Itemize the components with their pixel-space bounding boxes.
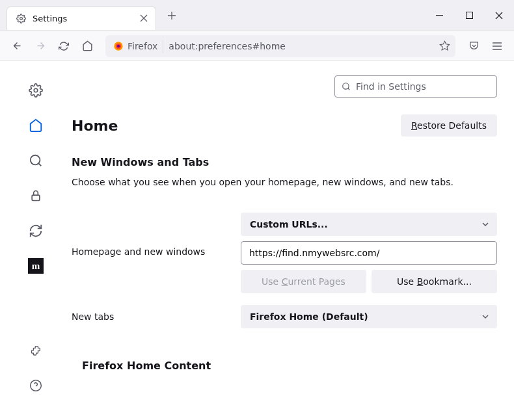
sidebar-item-more[interactable]: m: [26, 256, 46, 276]
app-menu-button[interactable]: [487, 36, 507, 57]
m-icon: m: [28, 258, 44, 274]
find-in-settings-input[interactable]: [356, 81, 490, 92]
settings-main: Home Restore Defaults New Windows and Ta…: [72, 61, 514, 420]
section-new-windows-title: New Windows and Tabs: [72, 156, 497, 168]
minimize-button[interactable]: [424, 3, 454, 28]
navigation-toolbar: Firefox about:preferences#home: [0, 31, 514, 61]
sidebar-item-sync[interactable]: [26, 221, 46, 241]
svg-rect-8: [32, 195, 40, 200]
newtabs-label: New tabs: [72, 311, 234, 322]
svg-point-11: [343, 83, 349, 89]
use-bookmark-button[interactable]: Use Bookmark...: [372, 270, 497, 293]
search-icon: [342, 82, 351, 91]
svg-marker-5: [440, 41, 449, 49]
sidebar-item-privacy[interactable]: [26, 186, 46, 205]
back-button[interactable]: [7, 36, 27, 57]
home-button[interactable]: [77, 36, 98, 57]
svg-point-9: [31, 380, 42, 391]
section-new-windows-desc: Choose what you see when you open your h…: [72, 176, 497, 189]
close-window-button[interactable]: [484, 3, 514, 28]
forward-button[interactable]: [30, 36, 51, 57]
svg-point-0: [20, 17, 23, 20]
window-controls: [424, 3, 514, 28]
urlbar-identity[interactable]: Firefox: [111, 40, 163, 53]
urlbar[interactable]: Firefox about:preferences#home: [105, 35, 455, 57]
titlebar: Settings: [0, 0, 514, 31]
restore-defaults-button[interactable]: Restore Defaults: [401, 114, 497, 137]
gear-icon: [16, 14, 26, 23]
homepage-mode-select[interactable]: Custom URLs...: [241, 213, 497, 236]
section-firefox-home-content-title: Firefox Home Content: [82, 360, 497, 372]
sidebar-item-extensions[interactable]: [26, 341, 46, 360]
homepage-mode-value: Custom URLs...: [250, 219, 328, 230]
use-current-pages-button[interactable]: Use Current Pages: [241, 270, 366, 293]
svg-rect-1: [466, 12, 472, 19]
tab-title: Settings: [33, 14, 132, 23]
close-tab-button[interactable]: [139, 13, 149, 23]
sidebar-item-home[interactable]: [26, 116, 46, 135]
svg-point-4: [117, 45, 120, 47]
new-tab-button[interactable]: [163, 7, 181, 25]
browser-tab[interactable]: Settings: [7, 7, 156, 30]
sidebar-item-search[interactable]: [26, 151, 46, 170]
sidebar-item-general[interactable]: [26, 81, 46, 100]
page-title: Home: [72, 118, 118, 134]
find-in-settings[interactable]: [334, 75, 497, 98]
urlbar-identity-label: Firefox: [128, 41, 157, 51]
pocket-button[interactable]: [463, 36, 484, 57]
reload-button[interactable]: [53, 36, 74, 57]
chevron-down-icon: [481, 220, 489, 228]
chevron-down-icon: [481, 313, 489, 321]
svg-point-7: [31, 155, 40, 165]
urlbar-text: about:preferences#home: [169, 41, 434, 51]
newtabs-mode-select[interactable]: Firefox Home (Default): [241, 305, 497, 328]
homepage-url-input[interactable]: [241, 241, 497, 265]
maximize-button[interactable]: [454, 3, 484, 28]
bookmark-star-icon[interactable]: [439, 40, 450, 51]
sidebar-item-help[interactable]: [26, 376, 46, 395]
firefox-logo-icon: [113, 41, 124, 51]
homepage-label: Homepage and new windows: [72, 213, 234, 257]
settings-sidebar: m: [0, 61, 72, 420]
newtabs-mode-value: Firefox Home (Default): [250, 311, 368, 322]
content-area: m Home Restore Defaults New Windows and …: [0, 61, 514, 420]
svg-point-6: [34, 88, 38, 92]
